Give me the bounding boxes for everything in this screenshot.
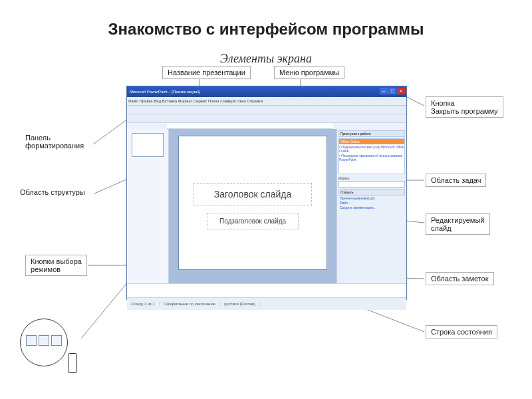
page-subtitle: Элементы экрана [0, 52, 532, 66]
label-close-button: Кнопка Закрыть программу [426, 96, 503, 118]
sorter-view-icon[interactable] [39, 335, 49, 346]
slide-subtitle-placeholder[interactable]: Подзаголовок слайда [207, 213, 299, 229]
search-input[interactable] [338, 181, 405, 188]
status-bar: Слайд 1 из 1 Оформление по умолчанию рус… [127, 297, 406, 310]
office-link-1[interactable]: • Подключиться к веб-узлу Microsoft Offi… [339, 145, 404, 153]
task-pane[interactable]: Приступая к работе Office Online • Подкл… [336, 129, 406, 283]
app-window: Microsoft PowerPoint – [Презентация1] – … [126, 86, 407, 300]
slide-title-placeholder[interactable]: Заголовок слайда [194, 183, 312, 205]
standard-toolbar[interactable] [127, 106, 406, 114]
page-title: Знакомство с интерфейсом программы [0, 0, 532, 39]
recent-file-2[interactable]: Файл... [340, 201, 404, 205]
open-header: Открыть [338, 189, 405, 196]
task-pane-header: Приступая к работе [338, 130, 405, 137]
recent-file-1[interactable]: Презентацияновой.ppt [340, 196, 404, 200]
label-presentation-title: Название презентации [162, 66, 251, 79]
annotated-diagram: Microsoft PowerPoint – [Презентация1] – … [0, 66, 532, 372]
label-notes-area: Область заметок [426, 272, 494, 285]
label-status-bar: Строка состояния [426, 325, 497, 338]
zoom-circle [20, 319, 68, 366]
editable-slide[interactable]: Заголовок слайда Подзаголовок слайда [178, 136, 327, 270]
slideshow-view-icon[interactable] [51, 335, 62, 346]
office-online-header: Office Online [339, 139, 404, 144]
normal-view-icon[interactable] [26, 335, 37, 346]
status-slide-count: Слайд 1 из 1 [127, 302, 160, 306]
menu-bar[interactable]: Файл Правка Вид Вставка Формат Сервис По… [127, 97, 406, 106]
maximize-button[interactable]: □ [388, 88, 396, 94]
window-buttons: – □ × [380, 88, 405, 94]
status-design: Оформление по умолчанию [160, 302, 220, 306]
label-menu: Меню программы [274, 66, 344, 79]
office-link-2[interactable]: • Последние сведения об использовании Po… [339, 154, 404, 162]
close-button[interactable]: × [397, 88, 405, 94]
open-section: Открыть Презентацияновой.ppt Файл... Соз… [338, 189, 405, 209]
status-language: русский (Россия) [220, 302, 260, 306]
outline-pane[interactable] [127, 129, 169, 283]
app-title: Microsoft PowerPoint – [Презентация1] [130, 90, 200, 94]
slide-area: Заголовок слайда Подзаголовок слайда [169, 129, 336, 283]
minimize-button[interactable]: – [380, 88, 388, 94]
label-task-pane: Область задач [426, 174, 486, 187]
label-editable-slide: Редактируемый слайд [426, 213, 490, 235]
formatting-toolbar[interactable] [127, 114, 406, 123]
notes-area[interactable] [127, 283, 406, 297]
title-bar: Microsoft PowerPoint – [Презентация1] – … [127, 86, 406, 97]
view-buttons-zoom [20, 319, 80, 368]
search-label: Искать: [338, 176, 405, 180]
label-formatting-panel: Панель форматирования [25, 134, 84, 150]
create-presentation-link[interactable]: Создать презентацию... [340, 205, 404, 209]
ruler [167, 123, 333, 129]
label-outline-area: Область структуры [20, 188, 85, 196]
label-view-buttons: Кнопки выбора режимов [25, 255, 87, 276]
magnifier-handle-icon [68, 353, 77, 373]
slide-thumbnail[interactable] [132, 133, 164, 157]
office-online-box: Office Online • Подключиться к веб-узлу … [338, 138, 405, 174]
